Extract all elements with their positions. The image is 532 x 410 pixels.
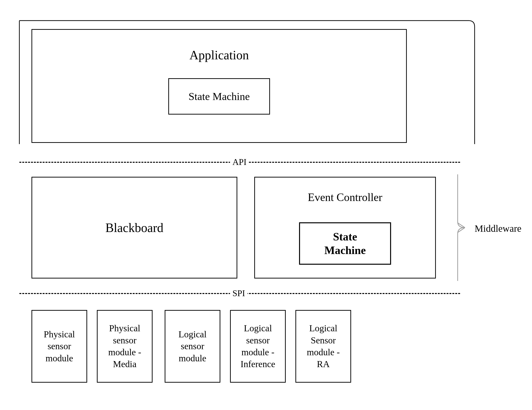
application-label: Application [189,48,249,62]
module-label-3: Logicalsensormodule [179,328,207,364]
middleware-brace [450,174,475,281]
event-controller-box: Event Controller StateMachine [254,177,436,278]
blackboard-label: Blackboard [105,221,163,235]
spi-label: SPI [230,288,247,298]
module-box-4: Logicalsensormodule -Inference [230,310,286,383]
state-machine-ec-label: StateMachine [324,230,366,257]
middleware-label: Middleware [475,223,521,234]
module-label-1: Physicalsensormodule [44,328,75,364]
state-machine-inner-label: State Machine [189,90,250,103]
api-label: API [230,157,249,167]
module-box-3: Logicalsensormodule [165,310,220,383]
module-label-4: Logicalsensormodule -Inference [240,322,275,370]
module-box-5: LogicalSensormodule -RA [295,310,351,383]
module-label-5: LogicalSensormodule -RA [307,322,340,370]
state-machine-inner-box: State Machine [168,78,270,114]
diagram-container: Application State Machine API Blackboard… [0,0,532,410]
module-box-2: Physicalsensormodule -Media [97,310,152,383]
state-machine-ec-box: StateMachine [299,222,391,265]
module-label-2: Physicalsensormodule -Media [108,322,141,370]
module-box-1: Physicalsensormodule [31,310,87,383]
application-box: Application State Machine [31,29,407,143]
blackboard-box: Blackboard [31,177,237,278]
event-controller-label: Event Controller [308,191,382,204]
